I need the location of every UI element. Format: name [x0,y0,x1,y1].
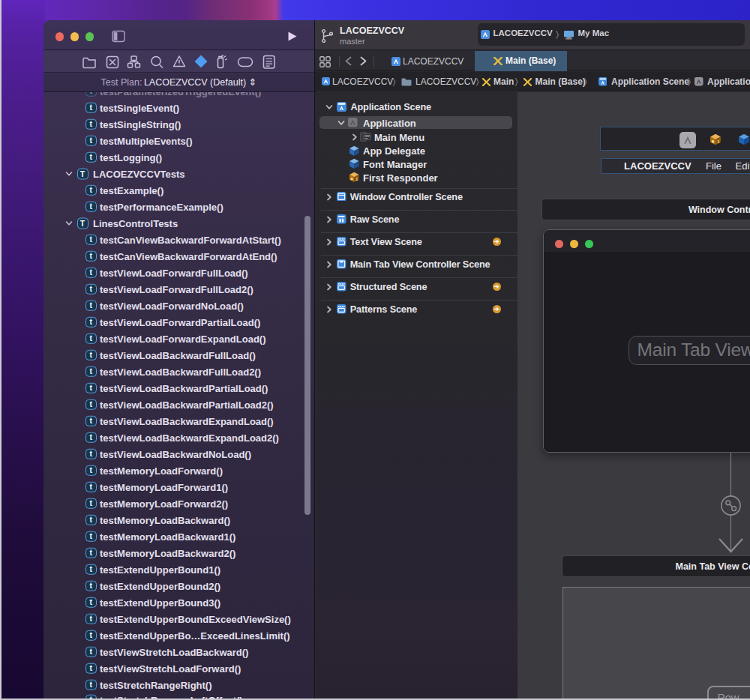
svg-text:1: 1 [356,177,358,181]
